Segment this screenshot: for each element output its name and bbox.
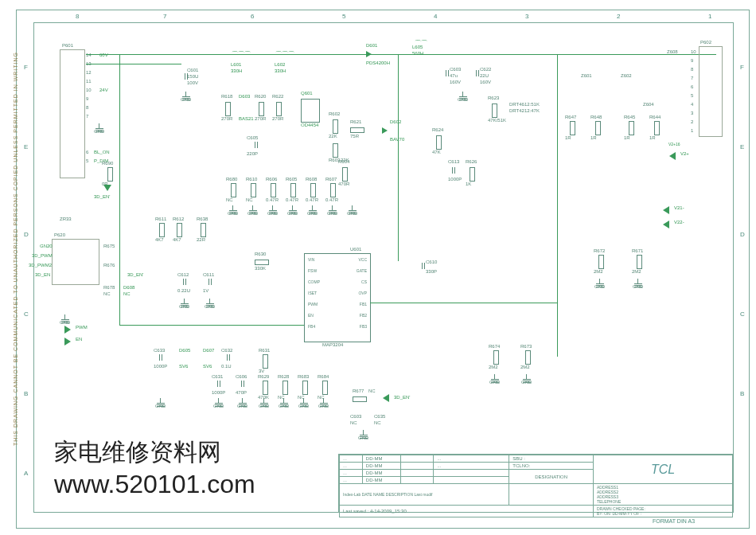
watermark-url: www.520101.com xyxy=(54,470,255,499)
cap-c612 xyxy=(183,279,184,285)
u601-part: MAP3204 xyxy=(322,342,343,347)
gnd-p601: GND xyxy=(94,123,104,134)
wire-60v xyxy=(86,54,595,55)
side-copyright: THIS DRAWING CANNOT BE COMMUNICATED TO U… xyxy=(13,52,18,446)
arrow-3den xyxy=(103,185,111,191)
cap-c610 xyxy=(422,263,423,269)
cap-c632 xyxy=(227,354,228,361)
res-r618 xyxy=(225,102,231,116)
cap-c613 xyxy=(452,167,453,174)
res-r611 xyxy=(159,223,165,237)
res-r602 xyxy=(333,119,338,134)
cap-c622 xyxy=(476,70,477,76)
res-r622 xyxy=(276,102,282,116)
connector-p620 xyxy=(52,239,99,285)
connector-p601 xyxy=(60,49,85,178)
res-r612 xyxy=(177,223,182,237)
cap-c605 xyxy=(255,142,255,148)
zr33-ref: ZR33 xyxy=(60,217,72,221)
res-r638 xyxy=(201,223,206,237)
cap-c603 xyxy=(446,70,446,76)
z602-ref: Z602 xyxy=(621,73,632,78)
cap-c611 xyxy=(208,279,209,285)
res-r623 xyxy=(492,103,497,118)
connector-p602 xyxy=(699,46,723,137)
res-r626 xyxy=(470,167,475,182)
diode-d602 xyxy=(382,127,388,134)
u601-ref: U601 xyxy=(350,247,361,252)
res-r604 xyxy=(342,167,348,182)
mosfet-q601 xyxy=(301,99,320,123)
res-r630 xyxy=(255,260,269,265)
res-r603 xyxy=(333,143,338,158)
ind-l601: ⌒⌒⌒ xyxy=(231,49,250,61)
res-r690 xyxy=(107,167,113,182)
res-r631 xyxy=(263,354,268,369)
p601-label: P601 xyxy=(62,43,73,48)
z601-ref: Z601 xyxy=(581,73,592,78)
cap-c601 xyxy=(185,73,185,80)
z604-ref: Z604 xyxy=(643,102,654,107)
diode-d601 xyxy=(366,51,372,57)
arrow-en xyxy=(64,338,71,346)
format-label: FORMAT DIN A3 xyxy=(653,518,695,524)
c601-ref: C601 xyxy=(187,68,198,72)
arrow-3den-out xyxy=(383,394,389,402)
title-block: ... DD-MM ... SBU : TCL ...DD-MM... TCLN… xyxy=(338,454,734,513)
res-r624 xyxy=(436,135,442,150)
company-logo: TCL xyxy=(593,455,732,484)
res-r621 xyxy=(350,127,364,133)
ic-u601: VIN FSW COMP ISET PWM EN FB4 VCC GATE CS… xyxy=(304,253,371,342)
res-r677 xyxy=(353,396,367,402)
ind-l602: ⌒⌒⌒ xyxy=(275,49,294,61)
z608-ref: Z608 xyxy=(667,49,678,54)
watermark-cn: 家电维修资料网 xyxy=(54,436,221,469)
arrow-pwm xyxy=(64,326,71,334)
cap-c633 xyxy=(159,354,160,361)
res-r620 xyxy=(259,102,264,116)
